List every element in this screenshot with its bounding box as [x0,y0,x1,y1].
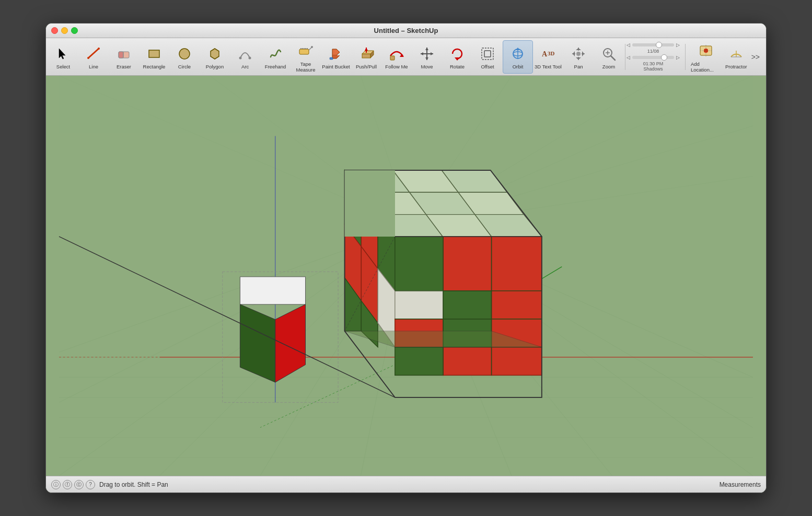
tool-pan-label: Pan [574,64,583,69]
tool-orbit[interactable]: Orbit [503,40,533,74]
tool-circle[interactable]: Circle [169,40,200,74]
canvas-area[interactable] [46,76,766,476]
follow-me-icon [387,44,406,63]
tool-zoom-label: Zoom [602,64,615,69]
statusbar-icons: ⓘ ⓕ ⓒ ? [51,480,95,489]
tool-paint-bucket[interactable]: Paint Bucket [321,40,351,74]
svg-text:A: A [542,50,548,58]
svg-rect-20 [330,57,333,60]
statusbar-hint: Drag to orbit. Shift = Pan [99,481,715,488]
tool-select[interactable]: Select [48,40,78,74]
status-icon-1[interactable]: ⓘ [51,480,61,489]
statusbar: ⓘ ⓕ ⓒ ? Drag to orbit. Shift = Pan Measu… [46,476,766,492]
tool-pan[interactable]: Pan [563,40,594,74]
status-icon-help[interactable]: ? [86,480,95,489]
rectangle-icon [145,44,164,63]
svg-marker-106 [395,237,443,291]
shadow-time-track[interactable] [632,56,674,59]
tool-rectangle[interactable]: Rectangle [139,40,169,74]
svg-marker-117 [492,347,542,376]
svg-marker-116 [443,347,491,376]
svg-point-19 [311,46,313,48]
toolbar-add-location[interactable]: Add Location... [691,41,721,73]
svg-marker-34 [455,57,460,61]
status-icon-2[interactable]: ⓕ [63,480,72,489]
svg-point-2 [87,57,89,59]
add-location-icon [697,41,715,60]
tool-polygon[interactable]: Polygon [200,40,230,74]
shadow-slider: ◁ ▷ [627,42,680,48]
tool-eraser-label: Eraser [117,64,131,69]
tool-select-label: Select [56,64,70,69]
tool-follow-me[interactable]: Follow Me [381,40,412,74]
svg-line-1 [88,49,99,58]
svg-point-3 [98,48,100,50]
tool-freehand[interactable]: Freehand [260,40,291,74]
tool-follow-me-label: Follow Me [385,64,408,69]
tool-move-label: Move [421,64,433,69]
shadow-time-thumb [661,54,667,61]
svg-rect-36 [484,51,491,57]
select-icon [54,44,73,63]
status-icon-3[interactable]: ⓒ [74,480,84,489]
svg-marker-32 [421,52,423,55]
toolbar-sep-2 [685,44,686,70]
rotate-icon [448,44,467,63]
tool-offset[interactable]: Offset [472,40,503,74]
eraser-icon [114,44,133,63]
circle-icon [175,44,194,63]
svg-marker-86 [240,277,305,304]
close-button[interactable] [51,27,58,34]
tool-rotate-label: Rotate [450,64,465,69]
tool-move[interactable]: Move [412,40,442,74]
svg-marker-107 [443,237,491,291]
toolbar-expand[interactable]: >> [751,53,760,61]
shadow-thumb [656,42,662,48]
pan-icon [569,44,588,63]
tool-paint-bucket-label: Paint Bucket [322,64,350,69]
svg-marker-111 [492,291,542,319]
tool-rotate[interactable]: Rotate [442,40,472,74]
tool-3d-text[interactable]: A 3D 3D Text Tool [533,40,563,74]
freehand-icon [266,44,285,63]
tool-line[interactable]: Line [78,40,109,74]
tool-polygon-label: Polygon [206,64,224,69]
tool-freehand-label: Freehand [265,64,286,69]
tool-zoom[interactable]: Zoom [594,40,624,74]
tool-arc[interactable]: Arc [230,40,260,74]
toolbar: Select Line Eraser [46,38,766,76]
svg-marker-33 [431,52,433,55]
protractor-icon [727,44,746,63]
tool-tape-measure[interactable]: Tape Measure [291,40,321,74]
shadow-time-slider: ◁ ▷ [627,55,680,60]
svg-marker-109 [395,291,443,319]
svg-point-43 [576,52,581,56]
line-icon [84,44,103,63]
offset-icon [478,44,497,63]
svg-rect-12 [299,49,309,54]
svg-rect-7 [149,50,159,57]
minimize-button[interactable] [61,27,68,34]
maximize-button[interactable] [71,27,78,34]
tool-eraser[interactable]: Eraser [109,40,139,74]
svg-marker-9 [211,49,219,59]
tool-circle-label: Circle [178,64,191,69]
arc-icon [236,44,254,63]
shadow-track[interactable] [632,43,674,46]
svg-marker-31 [425,57,428,60]
paint-bucket-icon [327,44,345,63]
tool-orbit-label: Orbit [513,64,524,69]
traffic-lights [51,27,78,34]
scene-svg [46,76,766,476]
svg-marker-108 [492,237,542,291]
toolbar-protractor[interactable]: Protractor [725,44,747,69]
tool-arc-label: Arc [241,64,249,69]
shadow-date: 11/08 [647,49,659,54]
svg-marker-110 [443,291,491,319]
window-title: Untitled – SketchUp [374,27,438,34]
tool-push-pull[interactable]: Push/Pull [351,40,381,74]
tool-line-label: Line [89,64,98,69]
svg-marker-25 [365,48,368,51]
move-icon [417,44,436,63]
svg-rect-35 [482,48,493,60]
